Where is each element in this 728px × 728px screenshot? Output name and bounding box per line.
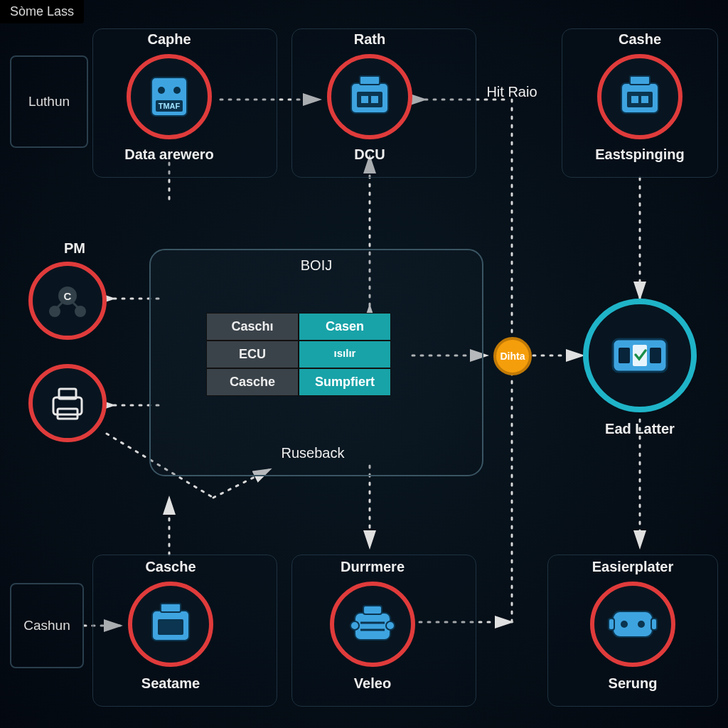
svg-rect-25 (357, 92, 382, 107)
rath-title: Rath (354, 31, 385, 48)
svg-rect-47 (161, 604, 181, 612)
svg-point-19 (158, 87, 165, 94)
cell-r2c1: ECU (206, 341, 299, 368)
svg-rect-58 (609, 619, 614, 630)
caphe-title: Caphe (147, 31, 191, 48)
checkbox-device-icon (606, 331, 674, 380)
cell-r3c2: Sumpfiert (299, 368, 391, 396)
rath-circle (327, 54, 412, 139)
svg-rect-30 (627, 92, 653, 107)
casche-bl-title: Casche (145, 559, 196, 575)
tool-icon (346, 601, 399, 647)
machine-icon (614, 73, 665, 120)
durrmere-title: Durrmere (341, 559, 405, 575)
durrmere-circle (330, 582, 415, 667)
ead-latter-circle (583, 299, 697, 412)
cell-r2c2: ısılır (299, 341, 391, 368)
printer-icon (46, 383, 89, 423)
cell-r1c1: Caschı (206, 313, 299, 341)
cell-r1c2: Casen (299, 313, 391, 341)
device-icon (606, 604, 660, 644)
cell-r3c1: Casche (206, 368, 299, 396)
machine-icon (344, 73, 395, 120)
easierplater-title: Easierplater (592, 559, 674, 575)
sidebar-cashun-label: Cashun (23, 618, 70, 633)
easierplater-circle (590, 582, 675, 667)
dilta-label: Dihta (500, 350, 525, 362)
svg-rect-55 (613, 611, 653, 637)
svg-rect-59 (651, 619, 657, 630)
pm-circle: C (28, 262, 107, 340)
svg-rect-48 (158, 619, 183, 635)
machine-icon (145, 601, 196, 648)
casche-bl-sub: Seatame (141, 675, 200, 692)
svg-rect-49 (355, 613, 390, 640)
svg-rect-43 (619, 348, 630, 363)
easierplater-sub: Serung (609, 675, 658, 692)
svg-rect-31 (631, 96, 638, 103)
dilta-node: Dihta (493, 337, 532, 375)
svg-rect-50 (363, 606, 382, 614)
cashe-sub: Eastspinging (595, 146, 685, 163)
sidebar-cashun: Cashun (10, 583, 84, 668)
caphe-sub: Data arewero (124, 146, 214, 163)
printer-circle (28, 364, 107, 442)
hit-raio-label: Hit Raio (486, 84, 537, 100)
molecule-icon: C (45, 283, 90, 318)
svg-point-56 (621, 621, 628, 628)
sidebar-luthun: Luthun (10, 55, 88, 148)
svg-point-53 (350, 621, 359, 630)
svg-text:TMAF: TMAF (159, 102, 181, 110)
tab-title: Sòme Lass (0, 0, 84, 23)
svg-text:C: C (64, 290, 72, 302)
svg-rect-32 (641, 96, 648, 103)
svg-rect-26 (361, 96, 368, 103)
center-table: Caschı Casen ECU ısılır Casche Sumpfiert (206, 313, 391, 396)
center-bottom: Ruseback (282, 445, 345, 461)
ead-latter-title: Ead Latter (605, 421, 675, 437)
svg-point-20 (173, 87, 181, 94)
robot-icon: TMAF (146, 72, 193, 122)
svg-point-54 (386, 621, 395, 630)
svg-rect-44 (650, 348, 661, 363)
svg-rect-24 (360, 76, 380, 85)
svg-point-57 (638, 621, 645, 628)
cashe-circle (597, 54, 682, 139)
svg-rect-27 (371, 96, 378, 103)
casche-bl-circle (128, 582, 213, 667)
sidebar-luthun-label: Luthun (28, 94, 70, 109)
cashe-title: Cashe (619, 31, 661, 48)
rath-sub: DCU (354, 146, 385, 163)
svg-rect-29 (630, 76, 650, 85)
durrmere-sub: Veleo (354, 675, 391, 692)
caphe-circle: TMAF (127, 54, 212, 139)
pm-title: PM (64, 240, 85, 257)
center-title: BOIJ (301, 257, 332, 274)
